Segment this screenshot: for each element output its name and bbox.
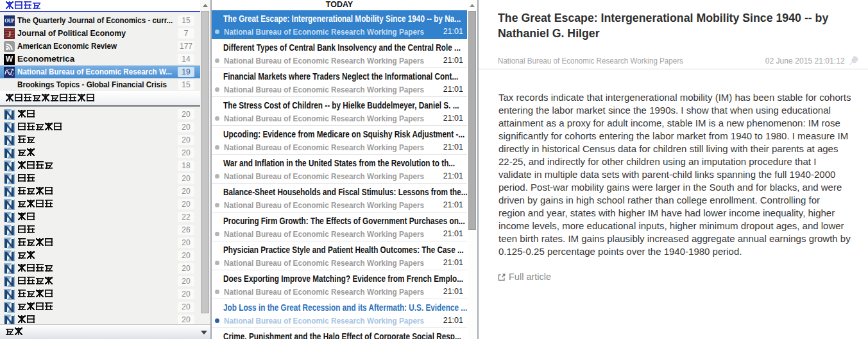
svg-text:J: J bbox=[8, 30, 12, 39]
